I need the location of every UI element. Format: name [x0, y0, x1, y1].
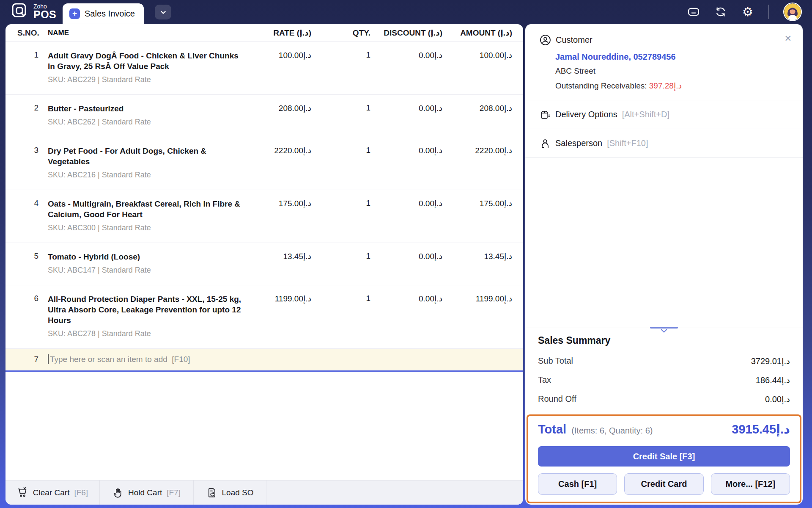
hold-cart-shortcut: [F7] — [167, 488, 181, 497]
summary-collapse-handle[interactable] — [650, 327, 678, 333]
total-items-meta: (Items: 6, Quantity: 6) — [571, 426, 653, 436]
cart-item-row[interactable]: 6 All-Round Protection Diaper Pants - XX… — [5, 285, 523, 349]
item-sno: 5 — [17, 251, 38, 261]
item-qty: 1 — [311, 251, 370, 261]
cart-item-row[interactable]: 5 Tomato - Hybrid (Loose) SKU: ABC147 | … — [5, 243, 523, 285]
salesperson-icon — [540, 138, 551, 149]
outstanding-label: Outstanding Receivables: — [555, 81, 649, 90]
subtotal-label: Sub Total — [538, 356, 573, 366]
item-sku: SKU: ABC229 | Standard Rate — [48, 75, 244, 84]
col-header-discount: DISCOUNT (د.إ) — [370, 28, 442, 38]
item-amount: 175.00د.إ — [442, 199, 512, 208]
item-discount: 0.00د.إ — [370, 199, 442, 208]
hold-cart-hand-icon — [112, 487, 123, 498]
item-qty: 1 — [311, 294, 370, 303]
cart-item-row[interactable]: 1 Adult Gravy DogÂ Food - Chicken & Live… — [5, 42, 523, 95]
customer-circle-icon — [540, 34, 551, 46]
item-qty: 1 — [311, 146, 370, 155]
topbar-divider — [768, 5, 769, 19]
total-value: 3915.45د.إ — [732, 422, 790, 436]
chevron-down-icon — [660, 329, 668, 333]
item-sku: SKU: ABC278 | Standard Rate — [48, 329, 244, 338]
col-header-sno: S.NO. — [17, 28, 38, 38]
item-name: Adult Gravy DogÂ Food - Chicken & Liver … — [48, 50, 244, 72]
cart-empty-area — [5, 372, 523, 480]
summary-row-roundoff: Round Off 0.00د.إ — [538, 389, 790, 409]
item-rate: 100.00د.إ — [248, 50, 311, 60]
item-discount: 0.00د.إ — [370, 146, 442, 155]
clear-cart-icon — [17, 487, 28, 498]
item-discount: 0.00د.إ — [370, 103, 442, 113]
item-sku: SKU: ABC216 | Standard Rate — [48, 171, 244, 179]
item-discount: 0.00د.إ — [370, 294, 442, 304]
delivery-package-icon — [540, 109, 551, 120]
settings-gear-icon: ⚙ — [742, 6, 753, 18]
avatar-icon — [784, 3, 801, 20]
item-sno: 6 — [17, 294, 38, 303]
cash-drawer-button[interactable] — [687, 6, 700, 18]
roundoff-value: 0.00د.إ — [765, 394, 790, 404]
text-cursor — [48, 354, 49, 364]
item-discount: 0.00د.إ — [370, 251, 442, 261]
hold-cart-label: Hold Cart — [128, 488, 162, 497]
tab-list-dropdown-button[interactable] — [155, 5, 171, 19]
summary-row-tax: Tax 186.44د.إ — [538, 370, 790, 389]
item-qty: 1 — [311, 103, 370, 113]
delivery-options-row[interactable]: Delivery Options [Alt+Shift+D] — [525, 100, 803, 129]
item-qty: 1 — [311, 50, 370, 60]
customer-name-link[interactable]: Jamal Noureddine, 052789456 — [555, 52, 792, 62]
salesperson-row[interactable]: Salesperson [Shift+F10] — [525, 129, 803, 158]
item-amount: 208.00د.إ — [442, 103, 512, 113]
item-rate: 208.00د.إ — [248, 103, 311, 113]
credit-sale-button[interactable]: Credit Sale [F3] — [538, 446, 790, 467]
settings-button[interactable]: ⚙ — [741, 6, 754, 18]
subtotal-value: 3729.01د.إ — [751, 356, 790, 366]
cart-item-row[interactable]: 3 Dry Pet Food - For Adult Dogs, Chicken… — [5, 137, 523, 190]
credit-card-button[interactable]: Credit Card — [624, 473, 703, 495]
item-rate: 175.00د.إ — [248, 199, 311, 208]
tax-value: 186.44د.إ — [756, 375, 790, 385]
more-payments-button[interactable]: More... [F12] — [711, 473, 790, 495]
load-so-label: Load SO — [222, 488, 254, 497]
item-scan-input[interactable] — [50, 355, 512, 364]
tax-label: Tax — [538, 375, 551, 385]
load-so-document-icon — [206, 487, 217, 498]
item-qty: 1 — [311, 199, 370, 208]
cash-button[interactable]: Cash [F1] — [538, 473, 617, 495]
tab-label: Sales Invoice — [85, 9, 135, 19]
summary-divider — [525, 328, 803, 328]
cart-item-row[interactable]: 4 Oats - Multigrain, Breakfast Cereal, R… — [5, 190, 523, 243]
caret-down-icon — [160, 9, 167, 16]
item-name: Dry Pet Food - For Adult Dogs, Chicken &… — [48, 146, 244, 167]
sales-summary: Sales Summary Sub Total 3729.01د.إ Tax 1… — [525, 328, 803, 412]
next-item-sno: 7 — [17, 355, 38, 364]
delivery-options-shortcut: [Alt+Shift+D] — [622, 110, 669, 119]
cart-table-header: S.NO. NAME RATE (د.إ) QTY. DISCOUNT (د.إ… — [5, 24, 523, 42]
item-sno: 3 — [17, 146, 38, 155]
item-discount: 0.00د.إ — [370, 50, 442, 60]
total-label: Total — [538, 422, 566, 436]
load-so-button[interactable]: Load SO — [194, 480, 266, 505]
hold-cart-button[interactable]: Hold Cart [F7] — [100, 480, 194, 505]
close-customer-icon[interactable]: ✕ — [784, 33, 792, 44]
item-sno: 1 — [17, 50, 38, 60]
salesperson-shortcut: [Shift+F10] — [607, 138, 648, 148]
sync-icon — [714, 6, 727, 18]
item-name: Tomato - Hybrid (Loose) — [48, 251, 244, 262]
clear-cart-button[interactable]: Clear Cart [F6] — [5, 480, 100, 505]
add-item-row: 7 — [5, 349, 523, 370]
clear-cart-shortcut: [F6] — [74, 488, 88, 497]
sync-button[interactable] — [714, 6, 727, 18]
cart-item-row[interactable]: 2 Butter - Pasteurized SKU: ABC262 | Sta… — [5, 95, 523, 137]
brand-line2: POS — [33, 9, 56, 20]
col-header-rate: RATE (د.إ) — [248, 28, 311, 38]
cash-drawer-icon — [687, 6, 700, 18]
item-name: All-Round Protection Diaper Pants - XXL,… — [48, 294, 244, 326]
tab-sales-invoice[interactable]: + Sales Invoice — [63, 3, 144, 24]
roundoff-label: Round Off — [538, 394, 576, 404]
top-bar: Zoho POS + Sales Invoice ⚙ — [0, 0, 812, 24]
sales-summary-title: Sales Summary — [538, 335, 790, 346]
user-avatar[interactable] — [783, 3, 802, 21]
col-header-qty: QTY. — [311, 28, 370, 38]
item-name: Oats - Multigrain, Breakfast Cereal, Ric… — [48, 199, 244, 220]
